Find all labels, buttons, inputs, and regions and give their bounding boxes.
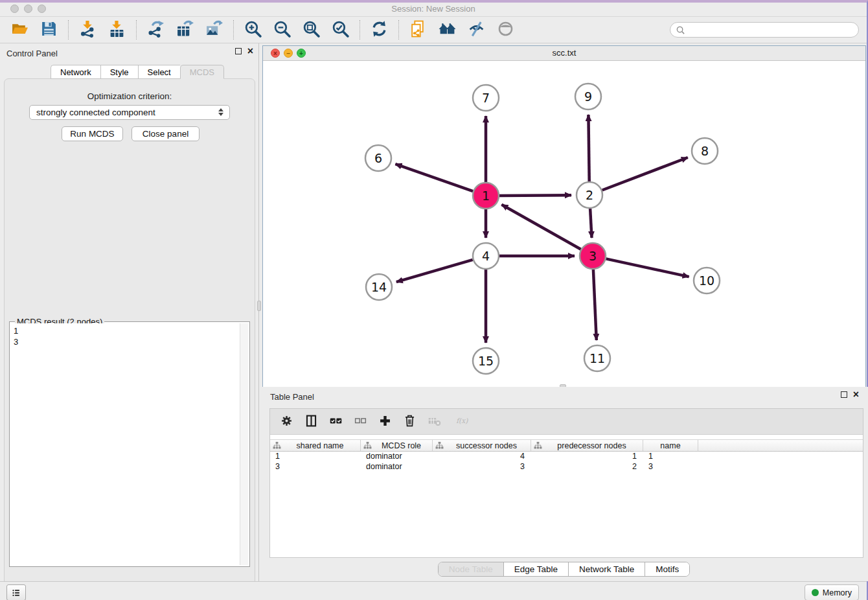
column-header-successor-nodes[interactable]: successor nodes [433,440,531,451]
network-window-titlebar[interactable]: × – + scc.txt [263,46,865,61]
hide-panel-button[interactable] [462,18,491,41]
graph-node-1[interactable]: 1 [473,183,499,209]
cell-shared-name[interactable]: 3 [270,462,361,472]
graph-node-6[interactable]: 6 [365,145,391,171]
application-window: Session: New Session Control Panel × Net… [0,0,868,600]
edge-2-3[interactable] [590,209,591,238]
cell-name[interactable]: 1 [643,452,698,462]
edge-2-9[interactable] [588,115,589,181]
select-all-button[interactable] [325,411,347,432]
task-history-button[interactable] [6,584,26,600]
mcds-result-list[interactable]: 13 [11,323,240,565]
delete-column-button[interactable] [398,411,420,432]
function-icon: f(x) [455,414,469,430]
tab-network-table[interactable]: Network Table [569,562,645,576]
zoom-in-button[interactable] [238,18,268,41]
tab-mcds[interactable]: MCDS [180,65,224,79]
vertical-splitter-grip[interactable] [257,301,261,311]
run-mcds-button[interactable]: Run MCDS [62,126,123,141]
save-session-button[interactable] [34,18,63,41]
tab-network[interactable]: Network [51,65,100,79]
open-session-button[interactable] [5,18,34,41]
tab-edge-table[interactable]: Edge Table [504,562,569,576]
add-column-button[interactable] [374,411,396,432]
graph-node-15[interactable]: 15 [473,348,499,374]
refresh-button[interactable] [365,18,394,41]
show-panel-button[interactable] [491,18,520,41]
tab-select[interactable]: Select [138,65,180,79]
export-network-button[interactable] [141,18,170,41]
table-float-panel-icon[interactable] [841,391,847,398]
tab-node-table[interactable]: Node Table [439,562,504,576]
graph-node-4[interactable]: 4 [473,243,499,269]
cell-predecessor-nodes[interactable]: 1 [531,452,643,462]
table-close-panel-icon[interactable]: × [853,391,859,398]
column-header-shared-name[interactable]: shared name [270,440,361,451]
columns-button[interactable] [300,411,322,432]
gear-icon [280,414,293,430]
float-panel-icon[interactable] [235,48,242,54]
close-panel-icon[interactable]: × [247,48,253,54]
cell-successor-nodes[interactable]: 4 [433,452,531,462]
network-graph[interactable]: 7968124314101511 [263,61,865,387]
cell-name[interactable]: 3 [643,462,698,472]
import-network-button[interactable] [73,18,102,41]
zoom-fit-button[interactable] [297,18,326,41]
result-scrollbar[interactable] [240,323,248,565]
refresh-icon [371,20,388,40]
table-row[interactable]: 3dominator323 [270,462,863,472]
svg-text:8: 8 [701,144,709,158]
memory-button[interactable]: Memory [805,584,859,600]
edge-1-6[interactable] [395,164,473,191]
cell-MCDS-role[interactable]: dominator [361,462,433,472]
cell-successor-nodes[interactable]: 3 [433,462,531,472]
network-window-title: scc.txt [263,48,865,58]
result-item[interactable]: 3 [14,336,237,347]
edge-1-2[interactable] [499,195,571,196]
duplicate-network-button[interactable] [404,18,433,41]
edge-3-10[interactable] [606,259,689,277]
home-icon [439,20,456,40]
graph-node-9[interactable]: 9 [575,84,601,110]
search-input[interactable] [689,25,853,34]
column-header-MCDS-role[interactable]: MCDS role [361,440,433,451]
tab-motifs[interactable]: Motifs [645,562,689,576]
zoom-selected-button[interactable] [326,18,355,41]
search-box[interactable] [670,22,859,38]
result-item[interactable]: 1 [14,325,237,336]
graph-node-14[interactable]: 14 [366,274,392,300]
gear-button[interactable] [275,411,297,432]
import-table-button[interactable] [102,18,131,41]
column-header-predecessor-nodes[interactable]: predecessor nodes [531,440,643,451]
node-table-header-row: shared nameMCDS rolesuccessor nodesprede… [270,439,863,452]
edge-2-8[interactable] [602,157,688,190]
column-header-name[interactable]: name [643,440,698,451]
zoom-out-button[interactable] [268,18,297,41]
cell-predecessor-nodes[interactable]: 2 [531,462,643,472]
graph-node-7[interactable]: 7 [473,85,499,111]
graph-node-10[interactable]: 10 [694,268,720,294]
close-panel-button[interactable]: Close panel [131,126,200,141]
deselect-all-button[interactable] [349,411,371,432]
graph-node-3[interactable]: 3 [580,243,606,269]
graph-node-11[interactable]: 11 [584,345,610,371]
graph-node-8[interactable]: 8 [692,138,718,164]
cell-shared-name[interactable]: 1 [270,452,361,462]
tab-style[interactable]: Style [100,65,138,79]
edge-3-11[interactable] [593,270,597,340]
export-table-button[interactable] [170,18,200,41]
svg-text:3: 3 [589,249,597,263]
function-button: f(x) [448,411,476,432]
toolbar-separator [233,20,234,40]
export-image-icon [205,20,223,40]
graph-node-2[interactable]: 2 [577,182,602,208]
export-network-icon [147,20,165,40]
export-image-button[interactable] [200,18,229,41]
table-row[interactable]: 1dominator411 [270,452,863,462]
node-table-container: f(x) shared nameMCDS rolesuccessor nodes… [269,408,863,558]
edge-4-14[interactable] [396,260,473,282]
home-button[interactable] [433,18,462,41]
criterion-select[interactable]: strongly connected component [29,105,230,120]
edge-3-1[interactable] [501,205,580,249]
cell-MCDS-role[interactable]: dominator [361,452,433,462]
